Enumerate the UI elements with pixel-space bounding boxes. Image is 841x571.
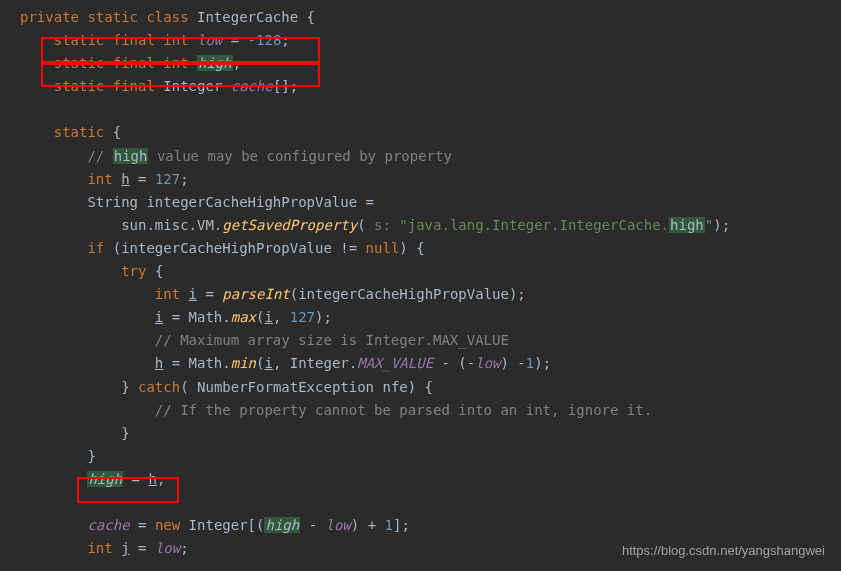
code-line: static final int low = -128; [20,32,290,48]
code-line: static final int high; [20,55,241,71]
code-line: int i = parseInt(integerCacheHighPropVal… [20,286,526,302]
code-line: i = Math.max(i, 127); [20,309,332,325]
code-line: if (integerCacheHighPropValue != null) { [20,240,425,256]
code-line: } [20,448,96,464]
code-line: try { [20,263,163,279]
code-line: // high value may be configured by prope… [20,148,452,164]
code-line: int j = low; [20,540,189,556]
code-line: high = h; [20,471,165,487]
code-line: sun.misc.VM.getSavedProperty( s: "java.l… [20,217,730,233]
code-line: } catch( NumberFormatException nfe) { [20,379,433,395]
code-line: String integerCacheHighPropValue = [20,194,374,210]
code-line: // If the property cannot be parsed into… [20,402,652,418]
code-line: } [20,425,130,441]
code-line: static { [20,124,121,140]
code-line: h = Math.min(i, Integer.MAX_VALUE - (-lo… [20,355,551,371]
code-line: int h = 127; [20,171,189,187]
code-line: // Maximum array size is Integer.MAX_VAL… [20,332,509,348]
code-line: static final Integer cache[]; [20,78,298,94]
code-block: private static class IntegerCache { stat… [0,6,841,560]
code-line: cache = new Integer[(high - low) + 1]; [20,517,410,533]
code-line: private static class IntegerCache { [20,9,315,25]
watermark-text: https://blog.csdn.net/yangshangwei [622,540,825,561]
